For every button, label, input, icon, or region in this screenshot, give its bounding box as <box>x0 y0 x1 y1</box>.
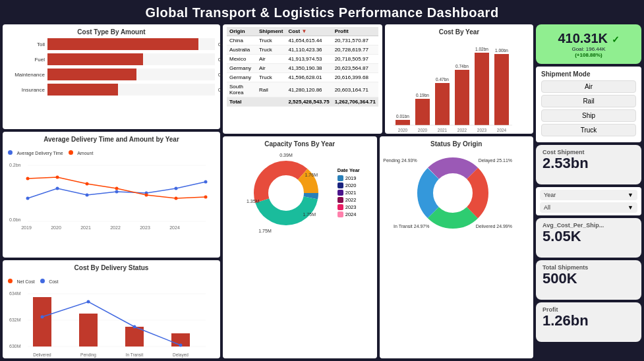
table-cell: 41,350,190.38 <box>285 64 332 73</box>
year-filter-row[interactable]: Year ▼ <box>540 190 637 200</box>
x-label-2021: 2021 <box>80 225 91 230</box>
table-cell: 41,654,615.44 <box>285 36 332 45</box>
svg-text:In Transit 24.97%: In Transit 24.97% <box>394 224 429 229</box>
cost-type-card: Cost Type By Amount Toll 0.69bn Fuel 0.4… <box>3 24 220 129</box>
point-orange-4 <box>115 187 119 190</box>
bar-chart-container: Toll 0.69bn Fuel 0.44bn Maintenance 0.41… <box>8 38 215 96</box>
point-orange-1 <box>26 177 30 180</box>
table-cell: 20,603,164.71 <box>332 82 378 97</box>
cost-bar-row: Fuel 0.44bn <box>8 53 215 65</box>
all-dropdown-icon: ▼ <box>628 204 633 211</box>
svg-text:0.01bn: 0.01bn <box>396 114 409 119</box>
table-cell: 41,110,423.36 <box>285 45 332 55</box>
goal-checkmark: ✓ <box>612 34 620 45</box>
status-by-origin-title: Status By Origin <box>385 140 529 148</box>
table-cell: Germany <box>227 64 256 73</box>
table-row: South KoreaRail41,280,120.8620,603,164.7… <box>227 82 378 97</box>
cost-delivery-status-card: Cost By Delivery Status Net Cost Cost 63… <box>3 260 220 358</box>
bar-container: 0.41bn <box>47 69 215 80</box>
all-filter-label: All <box>544 204 550 211</box>
col-cost[interactable]: Cost ▼ <box>285 27 332 36</box>
point-cost-2 <box>87 300 90 304</box>
mode-btn-rail[interactable]: Rail <box>541 95 636 107</box>
legend-2019: 2019 <box>337 175 360 181</box>
total-shipments-kpi: Total Shipments 500K <box>536 260 641 300</box>
svg-text:0.39M: 0.39M <box>279 153 293 157</box>
total-shipments-value: 500K <box>542 271 577 287</box>
bar-label: Insurance <box>8 87 47 93</box>
mode-btn-ship[interactable]: Ship <box>541 109 636 122</box>
goal-value: 410.31K ✓ <box>541 31 636 46</box>
legend-net-cost: Net Cost <box>8 274 35 286</box>
svg-text:1.02bn: 1.02bn <box>475 47 488 51</box>
svg-text:632M: 632M <box>9 318 21 322</box>
cost-shipment-kpi: Cost Shipment 2.53bn <box>536 145 641 184</box>
capacity-tons-content: 0.39M 1.76M 1.75M 1.75M 1.35M Date Year … <box>228 150 372 236</box>
table-cell: Germany <box>227 73 256 82</box>
mode-btn-air[interactable]: Air <box>541 80 636 93</box>
legend-box-2023 <box>337 204 343 210</box>
cost-delivery-title: Cost By Delivery Status <box>8 264 215 271</box>
cost-by-year-card: Cost By Year 0.01bn 0.19bn 0.47bn <box>385 24 533 134</box>
table-cell: 20,616,399.68 <box>332 73 378 82</box>
table-cell: Truck <box>256 73 285 82</box>
legend-delivery-time: Average Delivery Time <box>8 146 63 157</box>
svg-text:2020: 2020 <box>418 128 428 132</box>
legend-2020: 2020 <box>337 182 360 188</box>
point-orange-7 <box>204 196 208 199</box>
status-origin-content: Pending 24.93% Delayed 25.11% Delivered … <box>385 150 529 236</box>
svg-text:2022: 2022 <box>457 128 467 132</box>
bar-pending <box>79 314 98 347</box>
svg-text:Delivered: Delivered <box>33 352 51 357</box>
delivery-status-chart: 634M 632M 630M <box>8 287 212 353</box>
point-orange-6 <box>175 197 178 200</box>
table-cell: 20,731,570.87 <box>332 36 378 45</box>
cost-bar-row: Toll 0.69bn <box>8 38 215 50</box>
table-cell: 20,728,619.77 <box>332 45 378 55</box>
legend-box-2022 <box>337 197 343 203</box>
x-label-2019: 2019 <box>21 225 32 230</box>
svg-text:1.75M: 1.75M <box>303 212 316 217</box>
delivery-time-title: Average Delivery Time and Amount by Year <box>8 136 215 143</box>
cost-shipment-value: 2.53bn <box>542 155 589 171</box>
point-cost-1 <box>41 316 44 319</box>
svg-text:2023: 2023 <box>477 128 487 132</box>
bar-fill <box>47 53 143 65</box>
all-filter-row[interactable]: All ▼ <box>540 202 637 213</box>
x-label-2022: 2022 <box>110 225 121 230</box>
bar-2020-small <box>395 120 410 125</box>
left-column: Cost Type By Amount Toll 0.69bn Fuel 0.4… <box>3 24 220 358</box>
svg-text:2020: 2020 <box>398 128 408 132</box>
point-orange-5 <box>145 194 148 197</box>
table-row: ChinaTruck41,654,615.4420,731,570.87 <box>227 36 378 45</box>
year-filter-label: Year <box>544 192 556 198</box>
mode-btn-truck[interactable]: Truck <box>541 124 636 136</box>
svg-text:1.35M: 1.35M <box>247 199 260 204</box>
legend-box-2024 <box>337 211 343 217</box>
delivery-legend: Average Delivery Time Amount <box>8 146 215 157</box>
svg-text:Pending: Pending <box>80 352 96 358</box>
svg-text:634M: 634M <box>9 291 21 296</box>
legend-amount: Amount <box>69 146 94 157</box>
table-total-row: Total2,525,428,543.751,262,706,364.71 <box>227 97 378 107</box>
svg-text:Delayed: Delayed <box>173 352 189 358</box>
svg-text:1.76M: 1.76M <box>305 173 318 177</box>
x-label-2023: 2023 <box>140 225 150 230</box>
header-title: Global Transport & Logistics Performance… <box>145 5 498 20</box>
point-orange-3 <box>86 182 89 186</box>
x-label-2020: 2020 <box>51 225 61 230</box>
table-row: MexicoAir41,913,974.5320,718,505.97 <box>227 55 378 64</box>
shipment-mode-title: Shipment Mode <box>541 70 636 78</box>
bar-2020 <box>415 99 430 125</box>
legend-box-2021 <box>337 190 343 196</box>
table-cell: Air <box>256 64 285 73</box>
svg-text:Pending 24.93%: Pending 24.93% <box>384 158 417 163</box>
shipment-tbody: ChinaTruck41,654,615.4420,731,570.87Aust… <box>227 36 378 107</box>
point-blue-2 <box>56 187 59 190</box>
dashboard: Global Transport & Logistics Performance… <box>0 0 644 361</box>
status-by-origin-card: Status By Origin <box>380 136 534 358</box>
point-blue-6 <box>175 187 178 190</box>
donut-hole <box>269 176 303 210</box>
col-origin: Origin <box>227 27 256 36</box>
profit-value: 1.26bn <box>542 313 589 329</box>
